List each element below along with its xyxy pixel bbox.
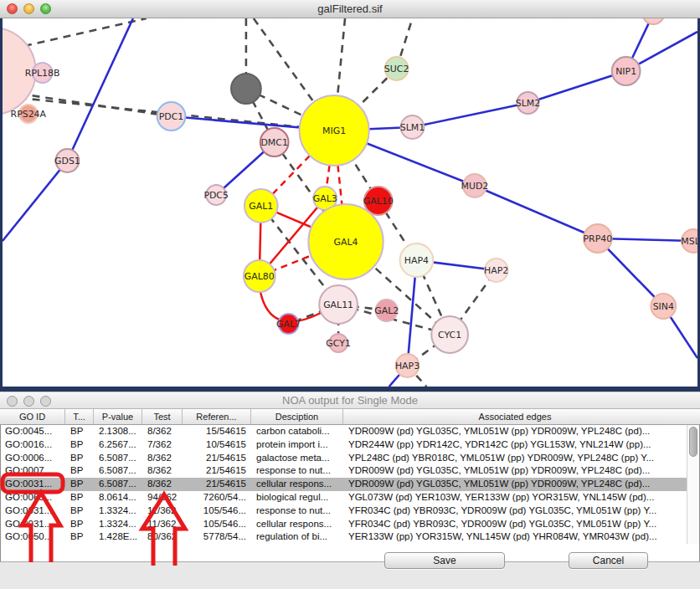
- table-row[interactable]: GO:0031...BP1.3324...11/362105/546...res…: [1, 504, 699, 518]
- graph-edge: [475, 186, 598, 238]
- table-row[interactable]: GO:0065...BP8.0614...94/3627260/54...bio…: [1, 491, 699, 504]
- node-label-GAL3: GAL3: [313, 193, 337, 204]
- column-header-spacer: [687, 409, 700, 424]
- cell-test: 11/362: [143, 504, 183, 518]
- table-row[interactable]: GO:0050...BP1.428E...80/3625778/54...reg…: [1, 530, 699, 544]
- cell-test: 11/362: [143, 518, 183, 531]
- network-window-titlebar[interactable]: galFiltered.sif: [0, 0, 700, 18]
- cell-test: 80/362: [143, 530, 183, 544]
- node-label-GAL4: GAL4: [334, 237, 358, 248]
- cell-reference: 15/54615: [183, 425, 252, 438]
- cell-p_value: 1.3324...: [95, 518, 143, 531]
- graph-node-top-right[interactable]: [642, 18, 664, 24]
- node-label-GAL7: GAL7: [276, 319, 301, 330]
- cell-test: 7/362: [143, 438, 183, 452]
- node-label-MUD2: MUD2: [461, 181, 489, 192]
- cell-test: 8/362: [143, 452, 183, 465]
- table-row[interactable]: GO:0031...BP6.5087...8/36221/54615cellul…: [1, 478, 699, 491]
- column-header-p-value[interactable]: P-value: [94, 409, 142, 424]
- cell-p_value: 1.428E...: [95, 530, 143, 544]
- node-label-GAL2: GAL2: [374, 305, 399, 316]
- cell-test: 8/362: [143, 464, 183, 478]
- column-header-reference[interactable]: Referen...: [183, 409, 251, 424]
- network-svg[interactable]: RPL18BRPS24AGDS1PDC1DMC1MIG1SLM1SLM2NIP1…: [3, 18, 697, 387]
- cell-reference: 21/54615: [183, 452, 252, 465]
- cell-description: cellular respons...: [252, 478, 344, 491]
- cell-test: 8/362: [143, 425, 183, 438]
- cell-p_value: 1.3324...: [95, 504, 143, 518]
- scrollbar-thumb[interactable]: [689, 427, 697, 457]
- table-row[interactable]: GO:0045...BP2.1308...8/36215/54615carbon…: [1, 425, 699, 438]
- cell-go_id: GO:0016...: [1, 438, 66, 452]
- table-row[interactable]: GO:0016...BP6.2567...7/36210/54615protei…: [1, 438, 699, 452]
- cell-reference: 105/546...: [183, 504, 252, 518]
- node-label-PDC1: PDC1: [159, 111, 184, 122]
- node-label-HAP3: HAP3: [395, 361, 419, 371]
- cell-type: BP: [66, 452, 95, 465]
- cell-reference: 5778/54...: [183, 530, 252, 544]
- column-header-type[interactable]: T...: [65, 409, 94, 424]
- node-label-DMC1: DMC1: [260, 137, 287, 148]
- cell-description: response to nut...: [252, 464, 344, 478]
- noa-window-titlebar[interactable]: NOA output for Single Mode: [0, 392, 700, 409]
- node-label-PDC5: PDC5: [203, 190, 229, 201]
- cell-description: galactose meta...: [252, 452, 344, 465]
- cell-p_value: 6.5087...: [95, 478, 143, 491]
- cell-type: BP: [66, 504, 95, 518]
- cell-description: regulation of bi...: [252, 530, 344, 544]
- cell-p_value: 6.2567...: [95, 438, 143, 452]
- table-row[interactable]: GO:0007...BP6.5087...8/36221/54615respon…: [1, 464, 699, 478]
- cell-go_id: GO:0065...: [1, 491, 66, 504]
- graph-edge: [528, 71, 625, 103]
- cell-type: BP: [66, 530, 95, 544]
- node-label-GAL11: GAL11: [323, 300, 353, 310]
- node-label-HAP2: HAP2: [484, 265, 508, 276]
- cell-description: response to nut...: [252, 504, 344, 518]
- cell-reference: 10/54615: [183, 438, 252, 452]
- node-label-SLM1: SLM1: [400, 122, 425, 133]
- cell-go_id: GO:0006...: [1, 452, 66, 465]
- node-label-MSL1: MSL1: [681, 236, 697, 247]
- table-header-row: GO ID T... P-value Test Referen... Desci…: [0, 409, 700, 425]
- node-label-GAL10: GAL10: [363, 196, 394, 207]
- noa-window-title: NOA output for Single Mode: [0, 392, 700, 409]
- cell-type: BP: [66, 464, 95, 478]
- node-label-GAL80: GAL80: [244, 271, 275, 282]
- column-header-associated-edges[interactable]: Associated edges: [343, 409, 687, 424]
- graph-edge: [412, 103, 528, 127]
- table-row[interactable]: GO:0006...BP6.5087...8/36221/54615galact…: [1, 452, 699, 465]
- cell-reference: 21/54615: [183, 464, 252, 478]
- graph-edge: [67, 18, 132, 161]
- cell-reference: 21/54615: [183, 478, 252, 491]
- cell-description: protein import i...: [252, 438, 344, 452]
- graph-node-gray-node[interactable]: [231, 74, 261, 104]
- node-label-RPL18B: RPL18B: [25, 68, 60, 79]
- cancel-button[interactable]: Cancel: [569, 552, 648, 569]
- cell-type: BP: [66, 478, 95, 491]
- column-header-go-id[interactable]: GO ID: [0, 409, 65, 424]
- cell-p_value: 6.5087...: [95, 452, 143, 465]
- table-scrollbar[interactable]: [687, 425, 699, 544]
- column-header-test[interactable]: Test: [142, 409, 183, 424]
- network-canvas[interactable]: RPL18BRPS24AGDS1PDC1DMC1MIG1SLM1SLM2NIP1…: [0, 18, 700, 392]
- cell-edges: YER133W (pp) YOR315W, YNL145W (pd) YHR08…: [344, 530, 684, 544]
- cell-edges: YDR009W (pd) YGL035C, YML051W (pp) YDR00…: [344, 478, 684, 491]
- node-label-GCY1: GCY1: [326, 338, 351, 349]
- column-header-description[interactable]: Desciption: [251, 409, 343, 424]
- node-label-RPS24A: RPS24A: [11, 109, 47, 120]
- node-label-SIN4: SIN4: [653, 301, 674, 312]
- cell-description: biological regul...: [252, 491, 344, 504]
- node-label-SLM2: SLM2: [516, 98, 540, 109]
- cell-test: 8/362: [143, 478, 183, 491]
- node-label-MIG1: MIG1: [322, 125, 346, 136]
- cell-type: BP: [66, 491, 95, 504]
- table-row[interactable]: GO:0031...BP1.3324...11/362105/546...cel…: [1, 518, 699, 531]
- cell-edges: YGL073W (pd) YER103W, YER133W (pp) YOR31…: [344, 491, 684, 504]
- cell-go_id: GO:0045...: [1, 425, 66, 438]
- cell-edges: YPL248C (pd) YBR018C, YML051W (pp) YDR00…: [344, 452, 684, 465]
- noa-window: NOA output for Single Mode GO ID T... P-…: [0, 392, 700, 589]
- cell-go_id: GO:0050...: [1, 530, 66, 544]
- save-button[interactable]: Save: [384, 552, 505, 569]
- node-label-PRP40: PRP40: [584, 233, 613, 244]
- node-label-GAL1: GAL1: [249, 201, 273, 212]
